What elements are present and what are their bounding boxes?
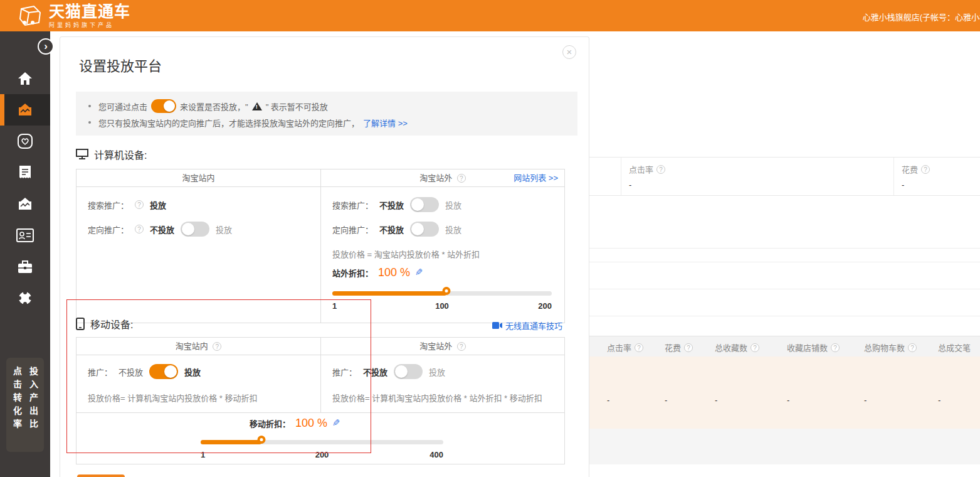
close-icon[interactable] [562, 45, 576, 59]
stat-click-rate: 点击率 - [621, 158, 893, 195]
sidebar-item-home[interactable] [0, 63, 50, 94]
discount-label: 移动折扣： [250, 417, 290, 429]
cell-value: - [787, 395, 789, 405]
help-icon[interactable] [213, 342, 221, 351]
cell-value: - [607, 395, 609, 405]
metrics-table-row-empty [564, 429, 980, 464]
col-taobao-onsite: 淘宝站内 [76, 338, 320, 355]
edit-pencil-icon[interactable] [332, 417, 340, 429]
mobile-onsite-toggle[interactable] [149, 364, 178, 379]
help-icon[interactable] [908, 343, 917, 352]
expand-sidebar-button[interactable] [38, 38, 54, 55]
status-text: 不投放 [379, 199, 404, 211]
help-icon[interactable] [831, 343, 840, 352]
status-text: 投放 [184, 366, 201, 378]
sidebar-item-report[interactable] [0, 157, 50, 188]
home-icon [17, 71, 33, 86]
metric-roi: 投入产出比 [27, 367, 40, 452]
help-icon[interactable] [684, 343, 693, 352]
sidebar-item-tools[interactable] [0, 251, 50, 282]
column-header[interactable]: 总购物车数 [864, 341, 905, 353]
search-offsite-toggle[interactable] [410, 197, 439, 212]
price-formula: 投放价格 = 淘宝站内投放价格 * 站外折扣 [332, 248, 553, 260]
column-header[interactable]: 收藏店铺数 [787, 341, 828, 353]
wireless-tips-link[interactable]: 无线直通车技巧 [492, 319, 562, 331]
search-promo-row: 搜索推广： 不投放 投放 [332, 197, 553, 212]
mobile-discount-row: 移动折扣： 100 % 1 200 400 [76, 412, 564, 464]
tip-text: 您可通过点击 [98, 100, 147, 112]
row-label: 搜索推广： [88, 199, 129, 211]
sidebar-item-favorites[interactable] [0, 126, 50, 157]
picture-chart-icon [17, 196, 33, 212]
col-taobao-offsite: 淘宝站外 [320, 338, 564, 355]
toggle-on-label: 投放 [445, 223, 461, 235]
section-title: 计算机设备: [94, 147, 147, 162]
column-header[interactable]: 花费 [665, 341, 681, 353]
offsite-discount-slider[interactable] [332, 287, 552, 299]
scale-max: 200 [538, 301, 552, 311]
search-promo-row: 搜索推广： 投放 [88, 197, 309, 212]
set-platform-modal: 设置投放平台 您可通过点击 来设置是否投放，" " 表示暂不可投放 您只有投放淘… [60, 36, 589, 477]
discount-label: 站外折扣： [332, 267, 373, 279]
row-label: 推广： [332, 366, 357, 378]
site-list-link[interactable]: 网站列表 >> [514, 169, 558, 187]
help-icon[interactable] [635, 343, 643, 352]
metrics-table-header: 点击率 花费 总收藏数 收藏店铺数 总购物车数 总成交笔 [564, 336, 980, 356]
status-text: 不投放 [150, 223, 174, 235]
divider [564, 316, 980, 316]
help-icon[interactable] [135, 200, 144, 209]
targeted-offsite-toggle[interactable] [410, 222, 439, 237]
slider-fill [201, 440, 261, 444]
tip-text: " 表示暂不可投放 [266, 100, 328, 112]
mobile-discount-slider[interactable] [201, 436, 443, 448]
mobile-table: 淘宝站内 淘宝站外 推广： 不投放 投放 投放价格= 计算机淘宝站内投放价 [76, 337, 565, 464]
sidebar-item-creative[interactable] [0, 188, 50, 220]
metrics-table-row: - - - - - - [564, 356, 980, 429]
help-icon[interactable] [656, 165, 665, 174]
toggle-on-label: 投放 [445, 199, 461, 211]
row-label: 定向推广： [332, 223, 373, 235]
help-icon[interactable] [751, 343, 759, 352]
mobile-section-header: 移动设备: [76, 316, 133, 331]
help-icon[interactable] [457, 174, 466, 183]
learn-more-link[interactable]: 了解详情 >> [363, 117, 408, 129]
column-header[interactable]: 总收藏数 [715, 341, 747, 353]
bullet-icon [88, 121, 91, 124]
mobile-discount-line: 移动折扣： 100 % [250, 417, 340, 430]
app-header: 天猫直通车 阿里妈妈旗下产品 心雅小栈旗舰店(子帐号：心雅小栈 [0, 0, 980, 31]
app-logo[interactable]: 天猫直通车 阿里妈妈旗下产品 [16, 3, 130, 29]
row-label: 定向推广： [88, 223, 129, 235]
warning-icon [252, 102, 262, 110]
slider-handle[interactable] [443, 287, 451, 295]
example-toggle-icon [151, 99, 176, 113]
cell-value: - [938, 395, 940, 405]
confirm-button[interactable] [77, 474, 125, 477]
sidebar-item-user[interactable] [0, 282, 50, 314]
train-logo-icon [16, 4, 44, 29]
help-icon[interactable] [135, 225, 144, 233]
phone-icon [76, 318, 85, 330]
computer-onsite-cell: 搜索推广： 投放 定向推广： 不投放 投放 [76, 187, 320, 323]
column-header[interactable]: 总成交笔 [938, 341, 971, 353]
mobile-offsite-toggle[interactable] [394, 364, 423, 379]
promo-row: 推广： 不投放 投放 [88, 364, 309, 379]
scale-mid: 100 [435, 301, 449, 311]
edit-pencil-icon[interactable] [415, 267, 423, 278]
slider-handle[interactable] [257, 436, 265, 444]
video-camera-icon [492, 322, 502, 329]
offsite-discount-line: 站外折扣： 100 % [332, 266, 553, 279]
metric-click-conversion: 点击转化率 [11, 367, 23, 452]
sidebar-item-account-card[interactable] [0, 220, 50, 251]
scale-min: 1 [201, 450, 205, 459]
scale-mid: 200 [315, 450, 329, 459]
sidebar-item-campaign-active[interactable] [0, 94, 50, 126]
help-icon[interactable] [921, 165, 930, 174]
account-name[interactable]: 心雅小栈旗舰店(子帐号：心雅小栈 [863, 11, 980, 23]
campaign-icon [17, 102, 33, 118]
app-window: 点击率 - 花费 - 点击率 花费 总收藏数 收藏店铺数 总购物车数 总成交笔 … [0, 0, 980, 477]
targeted-onsite-toggle[interactable] [181, 222, 209, 237]
slider-scale: 1 100 200 [332, 301, 552, 313]
sidebar-metrics-panel[interactable]: 点击转化率 投入产出比 [6, 358, 44, 452]
help-icon[interactable] [457, 342, 466, 351]
column-header[interactable]: 点击率 [607, 341, 631, 353]
